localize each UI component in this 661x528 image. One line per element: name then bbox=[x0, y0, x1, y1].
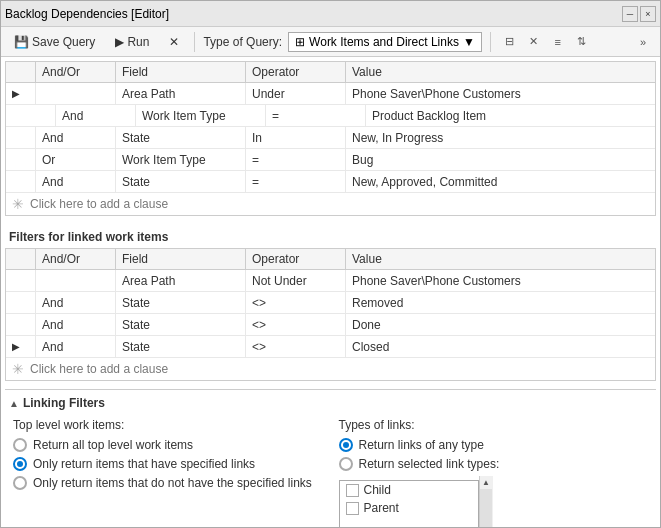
operator-cell: In bbox=[246, 127, 346, 148]
sort-button[interactable]: ⇅ bbox=[571, 31, 593, 53]
field-cell: State bbox=[116, 127, 246, 148]
andor-cell: And bbox=[36, 336, 116, 357]
child-label: Child bbox=[364, 483, 391, 497]
radio-any-type[interactable]: Return links of any type bbox=[339, 438, 649, 452]
radio-return-all[interactable]: Return all top level work items bbox=[13, 438, 323, 452]
close-window-button[interactable]: × bbox=[640, 6, 656, 22]
table-row[interactable]: Or Work Item Type = Bug bbox=[6, 149, 655, 171]
child-checkbox[interactable] bbox=[346, 484, 359, 497]
dropdown-arrow-icon: ▼ bbox=[463, 35, 475, 49]
table-row[interactable]: And State = New, Approved, Committed bbox=[6, 171, 655, 193]
row-arrow-cell bbox=[6, 171, 36, 192]
row-arrow-cell bbox=[26, 105, 56, 126]
col-andor: And/Or bbox=[36, 62, 116, 82]
linked-col-andor: And/Or bbox=[36, 249, 116, 269]
add-clause-icon: ✳ bbox=[12, 196, 24, 212]
radio-label-any: Return links of any type bbox=[359, 438, 484, 452]
add-clause-linked-icon: ✳ bbox=[12, 361, 24, 377]
field-cell: State bbox=[116, 171, 246, 192]
operator-cell: = bbox=[246, 149, 346, 170]
add-clause-linked-label: Click here to add a clause bbox=[30, 362, 168, 376]
field-cell: State bbox=[116, 314, 246, 335]
value-cell: Phone Saver\Phone Customers bbox=[346, 270, 655, 291]
table-row[interactable]: And Work Item Type = Product Backlog Ite… bbox=[6, 105, 655, 127]
row-arrow-icon: ▶ bbox=[12, 88, 20, 99]
table-row[interactable]: And State In New, In Progress bbox=[6, 127, 655, 149]
save-icon: 💾 bbox=[14, 35, 29, 49]
value-cell: Done bbox=[346, 314, 655, 335]
operator-cell: <> bbox=[246, 336, 346, 357]
value-cell: Removed bbox=[346, 292, 655, 313]
main-content: And/Or Field Operator Value ▶ Area Path … bbox=[1, 57, 660, 527]
overflow-chevron[interactable]: » bbox=[632, 31, 654, 53]
table-row[interactable]: ▶ And State <> Closed bbox=[6, 336, 655, 358]
andor-cell bbox=[36, 270, 116, 291]
radio-label-1: Return all top level work items bbox=[33, 438, 193, 452]
col-field: Field bbox=[116, 62, 246, 82]
radio-circle-2 bbox=[13, 457, 27, 471]
radio-circle-any bbox=[339, 438, 353, 452]
query-type-dropdown[interactable]: ⊞ Work Items and Direct Links ▼ bbox=[288, 32, 482, 52]
toolbar-separator-2 bbox=[490, 32, 491, 52]
run-button[interactable]: ▶ Run bbox=[108, 32, 156, 52]
linking-filters-label: Linking Filters bbox=[23, 396, 105, 410]
main-window: Backlog Dependencies [Editor] ─ × 💾 Save… bbox=[0, 0, 661, 528]
row-arrow-cell bbox=[6, 292, 36, 313]
radio-no-specified-links[interactable]: Only return items that do not have the s… bbox=[13, 476, 323, 490]
top-level-label: Top level work items: bbox=[13, 418, 323, 432]
toolbar: 💾 Save Query ▶ Run ✕ Type of Query: ⊞ Wo… bbox=[1, 27, 660, 57]
pin-button[interactable]: ─ bbox=[622, 6, 638, 22]
table-row[interactable]: And State <> Removed bbox=[6, 292, 655, 314]
row-arrow-cell: ▶ bbox=[6, 336, 36, 357]
save-query-button[interactable]: 💾 Save Query bbox=[7, 32, 102, 52]
col-operator: Operator bbox=[246, 62, 346, 82]
operator-cell: <> bbox=[246, 292, 346, 313]
table-row[interactable]: Area Path Not Under Phone Saver\Phone Cu… bbox=[6, 270, 655, 292]
field-cell: Work Item Type bbox=[116, 149, 246, 170]
radio-selected-types[interactable]: Return selected link types: bbox=[339, 457, 649, 471]
remove-row-button[interactable]: ✕ bbox=[523, 31, 545, 53]
top-level-column: Top level work items: Return all top lev… bbox=[5, 418, 331, 527]
operator-cell: Not Under bbox=[246, 270, 346, 291]
row-arrow-icon: ▶ bbox=[12, 341, 20, 352]
linked-col-arrow bbox=[6, 249, 36, 269]
tree-view-button[interactable]: ⊟ bbox=[499, 31, 521, 53]
operator-cell: Under bbox=[246, 83, 346, 104]
link-types-box-area: Child Parent ▲ ▼ bbox=[339, 476, 649, 527]
scroll-up-icon[interactable]: ▲ bbox=[482, 476, 490, 489]
field-cell: Area Path bbox=[116, 270, 246, 291]
close-query-button[interactable]: ✕ bbox=[162, 32, 186, 52]
radio-circle-selected bbox=[339, 457, 353, 471]
run-label: Run bbox=[127, 35, 149, 49]
add-clause-label: Click here to add a clause bbox=[30, 197, 168, 211]
list-item[interactable]: Parent bbox=[340, 499, 478, 517]
andor-cell: And bbox=[36, 171, 116, 192]
radio-circle-3 bbox=[13, 476, 27, 490]
andor-cell: And bbox=[36, 127, 116, 148]
radio-specified-links[interactable]: Only return items that have specified li… bbox=[13, 457, 323, 471]
andor-cell: And bbox=[56, 105, 136, 126]
linked-grid-header: And/Or Field Operator Value bbox=[6, 249, 655, 270]
add-clause-linked-row[interactable]: ✳ Click here to add a clause bbox=[6, 358, 655, 380]
row-arrow-cell: ▶ bbox=[6, 83, 36, 104]
table-row[interactable]: ▶ Area Path Under Phone Saver\Phone Cust… bbox=[6, 83, 655, 105]
value-cell: Phone Saver\Phone Customers bbox=[346, 83, 655, 104]
value-cell: New, In Progress bbox=[346, 127, 655, 148]
add-clause-row[interactable]: ✳ Click here to add a clause bbox=[6, 193, 655, 215]
linked-col-field: Field bbox=[116, 249, 246, 269]
value-cell: New, Approved, Committed bbox=[346, 171, 655, 192]
table-row[interactable]: And State <> Done bbox=[6, 314, 655, 336]
link-types-scrollbar[interactable]: ▲ ▼ bbox=[479, 476, 493, 527]
parent-checkbox[interactable] bbox=[346, 502, 359, 515]
columns-button[interactable]: ≡ bbox=[547, 31, 569, 53]
toolbar-separator-1 bbox=[194, 32, 195, 52]
collapse-icon[interactable]: ▲ bbox=[9, 398, 19, 409]
linked-filters-label: Filters for linked work items bbox=[5, 224, 656, 248]
value-cell: Product Backlog Item bbox=[366, 105, 655, 126]
linked-col-value: Value bbox=[346, 249, 655, 269]
main-grid-header: And/Or Field Operator Value bbox=[6, 62, 655, 83]
list-item[interactable]: Child bbox=[340, 481, 478, 499]
col-arrow bbox=[6, 62, 36, 82]
col-value: Value bbox=[346, 62, 655, 82]
query-type-value: Work Items and Direct Links bbox=[309, 35, 459, 49]
